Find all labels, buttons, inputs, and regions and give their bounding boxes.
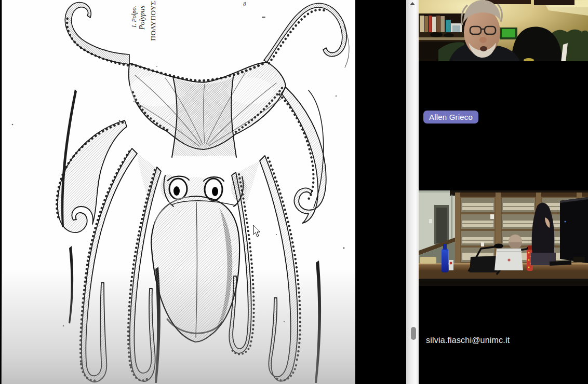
octopus-engraving: ΠΟΛΥΠΟΥΣ. Polypus I. Polpo. 8: [1, 0, 355, 384]
scrollbar-up-button[interactable]: [410, 2, 415, 5]
participant-email-label: silvia.fiaschi@unimc.it: [426, 336, 510, 345]
webcam-video-speaker: [419, 0, 588, 62]
participant-video-tile-2[interactable]: [419, 190, 588, 286]
webcam-video-library: [419, 190, 588, 286]
participants-strip: Allen Grieco: [419, 0, 588, 384]
sidebar-scrollbar[interactable]: [406, 0, 419, 384]
shared-screen-page: ΠΟΛΥΠΟΥΣ. Polypus I. Polpo. 8: [1, 0, 355, 384]
participant-name-badge: Allen Grieco: [423, 111, 478, 124]
meeting-window: { "shared_screen": { "engraving_labels":…: [0, 0, 588, 384]
participant-video-tile-1[interactable]: [419, 0, 588, 62]
scrollbar-thumb[interactable]: [411, 327, 416, 340]
page-shadow-fade: [1, 0, 355, 384]
